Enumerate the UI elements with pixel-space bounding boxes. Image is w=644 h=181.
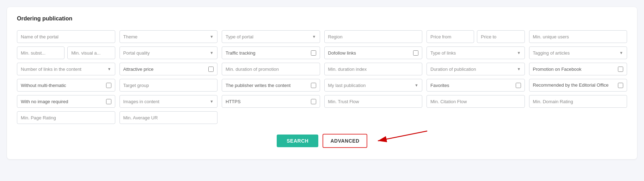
type-links-input — [430, 50, 517, 56]
theme-chevron-icon: ▼ — [210, 35, 214, 39]
num-links-content-dropdown[interactable]: ▼ — [17, 63, 115, 75]
type-portal-input — [226, 34, 312, 39]
min-page-rating-input[interactable] — [21, 115, 111, 120]
min-page-rating-field[interactable] — [17, 111, 115, 124]
dofollow-links-field[interactable]: Dofollow links — [324, 46, 423, 59]
type-portal-dropdown[interactable]: ▼ — [222, 30, 320, 43]
portal-quality-dropdown[interactable]: ▼ — [119, 46, 218, 59]
tagging-articles-input — [533, 50, 620, 56]
images-content-chevron-icon: ▼ — [210, 99, 214, 104]
images-content-dropdown[interactable]: ▼ — [119, 95, 218, 108]
with-no-image-label: With no image required — [21, 99, 103, 104]
images-content-input — [123, 99, 210, 104]
price-from-field[interactable] — [427, 30, 474, 43]
target-group-field[interactable] — [119, 79, 218, 92]
target-group-input[interactable] — [123, 83, 214, 88]
region-input[interactable] — [328, 34, 419, 39]
traffic-tracking-checkbox[interactable] — [311, 50, 316, 56]
min-duration-promotion-input[interactable] — [226, 67, 316, 72]
type-links-dropdown[interactable]: ▼ — [427, 46, 525, 59]
price-from-input[interactable] — [430, 34, 470, 39]
with-no-image-checkbox[interactable] — [106, 99, 111, 104]
attractive-price-checkbox[interactable] — [208, 67, 214, 72]
min-trust-flow-field[interactable] — [324, 95, 423, 108]
portal-quality-input — [123, 50, 210, 56]
publisher-writes-label: The publisher writes the content — [226, 83, 308, 88]
empty-cell-4 — [529, 111, 627, 124]
name-portal-field[interactable] — [17, 30, 115, 43]
min-unique-users-field[interactable] — [529, 30, 627, 43]
price-range-group — [427, 30, 525, 43]
favorites-label: Favorites — [430, 83, 513, 88]
min-citation-flow-input[interactable] — [430, 99, 521, 104]
theme-input — [123, 34, 210, 39]
dofollow-links-checkbox[interactable] — [413, 50, 418, 56]
attractive-price-label: Attractive price — [123, 67, 206, 72]
min-subst-field[interactable] — [17, 46, 65, 59]
theme-dropdown[interactable]: ▼ — [119, 30, 218, 43]
min-average-ur-input[interactable] — [123, 115, 214, 120]
name-portal-input[interactable] — [21, 34, 111, 39]
traffic-tracking-field[interactable]: Traffic tracking — [222, 46, 320, 59]
min-domain-rating-input[interactable] — [533, 99, 624, 104]
recommended-editorial-label: Recommended by the Editorial Office — [533, 82, 615, 88]
https-field[interactable]: HTTPS — [222, 95, 320, 108]
min-trust-flow-input[interactable] — [328, 99, 419, 104]
empty-cell-3 — [427, 111, 525, 124]
price-to-input[interactable] — [481, 34, 521, 39]
without-multi-thematic-field[interactable]: Without multi-thematic — [17, 79, 115, 92]
min-duration-promotion-field[interactable] — [222, 63, 320, 75]
empty-cell-1 — [222, 111, 320, 124]
my-last-publication-dropdown[interactable]: ▼ — [324, 79, 423, 92]
num-links-input — [21, 67, 108, 72]
promotion-facebook-label: Promotion on Facebook — [533, 67, 615, 72]
favorites-checkbox[interactable] — [516, 83, 521, 88]
advanced-wrapper: ADVANCED — [323, 134, 367, 148]
min-duration-index-input[interactable] — [328, 67, 419, 72]
duration-publication-chevron-icon: ▼ — [517, 67, 521, 71]
https-checkbox[interactable] — [311, 99, 316, 104]
duration-publication-dropdown[interactable]: ▼ — [427, 63, 525, 75]
recommended-editorial-checkbox[interactable] — [618, 83, 623, 88]
svg-line-1 — [378, 131, 427, 141]
dofollow-links-label: Dofollow links — [328, 50, 411, 56]
tagging-articles-dropdown[interactable]: ▼ — [529, 46, 627, 59]
num-links-chevron-icon: ▼ — [108, 67, 111, 71]
advanced-button[interactable]: ADVANCED — [323, 134, 367, 148]
type-links-chevron-icon: ▼ — [517, 51, 521, 55]
promotion-facebook-field[interactable]: Promotion on Facebook — [529, 63, 627, 75]
page-title: Ordering publication — [17, 15, 627, 22]
page-container: Ordering publication ▼ ▼ — [7, 7, 637, 159]
min-subst-visual-group — [17, 46, 115, 59]
filters-grid: ▼ ▼ — [17, 30, 627, 124]
https-label: HTTPS — [226, 99, 308, 104]
favorites-field[interactable]: Favorites — [427, 79, 525, 92]
recommended-editorial-field[interactable]: Recommended by the Editorial Office — [529, 79, 627, 92]
duration-publication-input — [430, 67, 517, 72]
price-to-field[interactable] — [477, 30, 525, 43]
my-last-publication-input — [328, 83, 415, 88]
min-visual-input[interactable] — [71, 50, 111, 56]
publisher-writes-field[interactable]: The publisher writes the content — [222, 79, 320, 92]
my-last-publication-chevron-icon: ▼ — [415, 83, 418, 87]
traffic-tracking-label: Traffic tracking — [226, 50, 308, 56]
min-visual-field[interactable] — [67, 46, 115, 59]
min-citation-flow-field[interactable] — [427, 95, 525, 108]
attractive-price-field[interactable]: Attractive price — [119, 63, 218, 75]
type-portal-chevron-icon: ▼ — [312, 35, 316, 39]
search-button[interactable]: SEARCH — [277, 135, 318, 147]
without-multi-thematic-label: Without multi-thematic — [21, 83, 103, 88]
min-duration-index-field[interactable] — [324, 63, 423, 75]
publisher-writes-checkbox[interactable] — [311, 83, 316, 88]
promotion-facebook-checkbox[interactable] — [618, 67, 623, 72]
min-unique-users-input[interactable] — [533, 34, 624, 39]
min-domain-rating-field[interactable] — [529, 95, 627, 108]
with-no-image-field[interactable]: With no image required — [17, 95, 115, 108]
min-subst-input[interactable] — [21, 50, 61, 56]
bottom-actions: SEARCH ADVANCED — [17, 134, 627, 148]
without-multi-thematic-checkbox[interactable] — [106, 83, 111, 88]
portal-quality-chevron-icon: ▼ — [210, 51, 214, 55]
empty-cell-2 — [324, 111, 423, 124]
min-average-ur-field[interactable] — [119, 111, 218, 124]
region-field[interactable] — [324, 30, 423, 43]
